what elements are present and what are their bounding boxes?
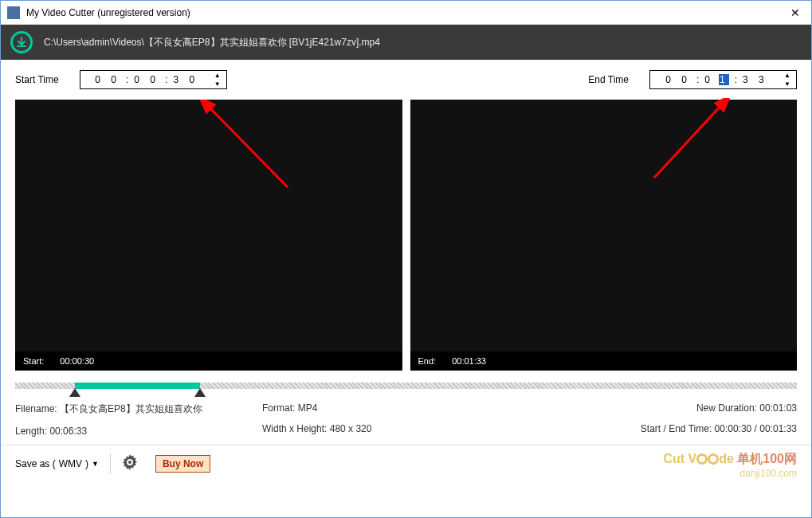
file-path-text: C:\Users\admin\Videos\【不良女高EP8】其实姐姐喜欢你 [… xyxy=(44,36,380,49)
start-preview-label: Start:00:00:30 xyxy=(15,351,402,371)
end-time-input[interactable]: 0 0: 0 1: 3 3 ▲ ▼ xyxy=(649,70,797,89)
save-as-dropdown[interactable]: Save as ( WMV ) ▼ xyxy=(15,458,99,469)
titlebar: My Video Cutter (unregistered version) ✕ xyxy=(1,1,811,25)
start-ss[interactable]: 3 0 xyxy=(173,74,198,85)
start-time-spinner[interactable]: ▲ ▼ xyxy=(209,71,226,88)
start-preview xyxy=(15,100,402,351)
divider xyxy=(110,453,111,474)
end-time-spinner[interactable]: ▲ ▼ xyxy=(779,71,796,88)
spin-up-icon[interactable]: ▲ xyxy=(209,71,226,80)
footer: Save as ( WMV ) ▼ Buy Now Cut Vde 单机100网… xyxy=(1,445,811,482)
close-button[interactable]: ✕ xyxy=(779,1,811,25)
wh-row: Width x Height: 480 x 320 xyxy=(262,423,641,434)
settings-button[interactable] xyxy=(122,454,138,474)
length-row: Length: 00:06:33 xyxy=(15,426,262,437)
newdur-row: New Duration: 00:01:03 xyxy=(641,402,797,414)
setime-row: Start / End Time: 00:00:30 / 00:01:33 xyxy=(641,423,797,434)
end-mm-a[interactable]: 0 xyxy=(704,74,714,85)
end-mm-selected[interactable]: 1 xyxy=(719,74,729,85)
start-pane: Start:00:00:30 xyxy=(15,100,402,371)
start-time-input[interactable]: 0 0: 0 0: 3 0 ▲ ▼ xyxy=(80,70,227,89)
seek-end-handle[interactable] xyxy=(194,388,206,397)
end-ss[interactable]: 3 3 xyxy=(743,74,768,85)
end-pane: End:00:01:33 xyxy=(410,100,798,371)
window-title: My Video Cutter (unregistered version) xyxy=(26,7,779,18)
end-time-label: End Time xyxy=(588,74,629,85)
chevron-down-icon: ▼ xyxy=(92,460,99,468)
buy-now-button[interactable]: Buy Now xyxy=(155,455,210,473)
app-icon xyxy=(7,6,20,19)
spin-down-icon[interactable]: ▼ xyxy=(779,80,796,88)
end-preview xyxy=(410,100,798,351)
download-icon[interactable] xyxy=(10,31,33,53)
watermark: Cut Vde 单机100网 danji100.com xyxy=(663,451,797,479)
end-preview-label: End:00:01:33 xyxy=(410,351,798,371)
seekbar[interactable] xyxy=(15,379,797,393)
info-panel: Filename: 【不良女高EP8】其实姐姐喜欢你 Length: 00:06… xyxy=(1,399,811,445)
spin-down-icon[interactable]: ▼ xyxy=(209,80,226,88)
time-row: Start Time 0 0: 0 0: 3 0 ▲ ▼ End Time 0 … xyxy=(1,60,811,100)
file-path-bar: C:\Users\admin\Videos\【不良女高EP8】其实姐姐喜欢你 [… xyxy=(1,25,811,60)
seek-start-handle[interactable] xyxy=(69,388,80,397)
start-hh[interactable]: 0 0 xyxy=(95,74,120,85)
preview-row: Start:00:00:30 End:00:01:33 xyxy=(1,100,811,371)
seek-range[interactable] xyxy=(75,383,200,389)
start-time-label: Start Time xyxy=(15,74,59,85)
format-row: Format: MP4 xyxy=(262,402,641,414)
filename-row: Filename: 【不良女高EP8】其实姐姐喜欢你 xyxy=(15,402,262,416)
gear-icon xyxy=(122,454,138,470)
spin-up-icon[interactable]: ▲ xyxy=(779,71,796,80)
end-hh[interactable]: 0 0 xyxy=(665,74,691,85)
start-mm[interactable]: 0 0 xyxy=(134,74,159,85)
